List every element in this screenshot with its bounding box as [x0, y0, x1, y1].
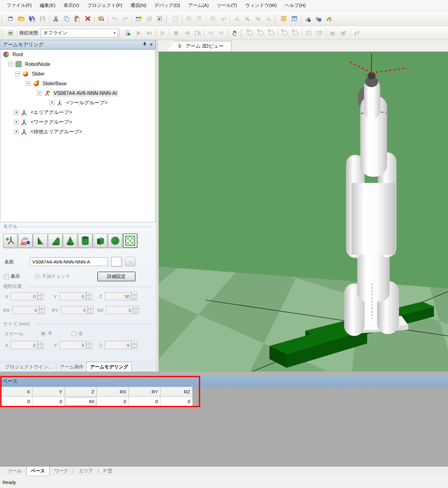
tab-arm-3d-view[interactable]: アーム 3Dビュー [167, 41, 231, 52]
undo-icon[interactable] [110, 14, 120, 24]
delete-icon[interactable] [83, 14, 93, 24]
collapse-icon[interactable]: − [26, 81, 31, 86]
view-b-icon[interactable] [314, 28, 324, 38]
collapse-icon[interactable]: − [37, 91, 42, 96]
column-header-ry[interactable]: RY [129, 387, 160, 397]
cell-ry[interactable]: 0 [129, 397, 160, 406]
rotate-c-icon[interactable] [266, 28, 276, 38]
menu-view[interactable]: 表示(V) [60, 1, 83, 10]
save-all-icon[interactable] [27, 14, 37, 24]
sync-connection-icon[interactable] [6, 28, 16, 38]
collapse-icon[interactable]: − [8, 62, 13, 67]
tab-area[interactable]: エリア [74, 466, 97, 476]
tool-axis-button[interactable] [3, 234, 17, 248]
tree-item-area-group[interactable]: + <エリアグループ> [0, 108, 155, 117]
expand-icon[interactable]: + [14, 120, 19, 125]
new-item-icon[interactable] [134, 14, 144, 24]
size-x-stepper[interactable]: ▴▾ [37, 341, 43, 349]
find-in-files-icon[interactable] [96, 14, 106, 24]
position-y-stepper[interactable]: ▴▾ [86, 292, 92, 300]
toolbar-grip[interactable] [119, 29, 121, 37]
toolbar-grip[interactable] [275, 15, 277, 23]
color-swatch-button[interactable] [111, 257, 122, 266]
scale-full-radio[interactable]: 全 [71, 331, 83, 337]
menu-edit[interactable]: 編集(E) [36, 1, 60, 10]
radio-selected-icon[interactable] [41, 331, 46, 336]
tool-sphere-button[interactable] [108, 234, 122, 248]
tab-p-type[interactable]: P 型 [99, 466, 117, 476]
cell-y[interactable]: 0 [32, 397, 65, 406]
validate-icon[interactable] [144, 14, 154, 24]
interference-check-checkbox[interactable]: ✓ 干渉チェック [35, 274, 70, 279]
tree-item-exclusive-area-group[interactable]: + <排他エリアグループ> [0, 127, 155, 137]
menu-window[interactable]: ウィンドウ(W) [241, 1, 281, 10]
menu-file[interactable]: ファイル(F) [2, 1, 36, 10]
rotate-b-icon[interactable] [256, 28, 266, 38]
save-icon[interactable] [37, 14, 47, 24]
toolbar-grip[interactable] [2, 15, 4, 23]
quit-debug-icon[interactable] [192, 28, 202, 38]
solid-object-icon[interactable] [313, 14, 323, 24]
position-z-stepper[interactable]: ▴▾ [131, 292, 137, 300]
column-header-y[interactable]: Y [32, 387, 65, 397]
toolbar-grip[interactable] [2, 29, 4, 37]
tree-item-robot-model[interactable]: − VS087A4-AV6-NNN-NNN-AI [0, 88, 155, 98]
column-header-z[interactable]: Z [65, 387, 97, 397]
copy-icon[interactable] [62, 14, 71, 24]
pause-hand-icon[interactable] [230, 28, 240, 38]
indent-icon[interactable] [184, 14, 194, 24]
tree-item-root[interactable]: Root [0, 50, 155, 59]
align-list-icon[interactable] [208, 14, 218, 24]
position-rz-stepper[interactable]: ▴▾ [133, 306, 139, 314]
enable-breakpoints-icon[interactable] [253, 14, 263, 24]
menu-communication[interactable]: 通信(N) [126, 1, 150, 10]
tab-base[interactable]: ベース [26, 466, 50, 476]
size-y-input[interactable] [59, 341, 86, 349]
outdent-icon[interactable] [194, 14, 204, 24]
expand-icon[interactable]: + [50, 101, 54, 105]
menu-arm[interactable]: アーム(A) [184, 1, 213, 10]
stop-icon[interactable] [171, 28, 181, 38]
project-window-icon[interactable] [279, 14, 289, 24]
tree-item-slider[interactable]: − Slider [0, 69, 155, 79]
arm-settings-icon[interactable] [303, 14, 313, 24]
column-header-rx[interactable]: RX [97, 387, 129, 397]
cut-icon[interactable] [51, 14, 61, 24]
pin-icon[interactable] [143, 42, 147, 47]
detail-settings-button[interactable]: 詳細設定 [97, 272, 135, 281]
arm-search-icon[interactable] [324, 14, 334, 24]
position-x-stepper[interactable]: ▴▾ [37, 292, 43, 300]
radio-icon[interactable] [71, 331, 76, 336]
new-project-icon[interactable] [6, 14, 16, 24]
property-grid-icon[interactable] [289, 14, 299, 24]
display-checkbox[interactable]: ✓ 表示 [4, 274, 20, 279]
size-z-input[interactable] [105, 341, 131, 349]
tool-cone-button[interactable] [63, 234, 77, 248]
position-rz-input[interactable] [106, 306, 133, 314]
import-document-icon[interactable] [155, 14, 165, 24]
export-document-icon[interactable] [170, 14, 180, 24]
collapse-icon[interactable]: − [15, 71, 20, 76]
menu-tools[interactable]: ツール(T) [213, 1, 241, 10]
size-x-input[interactable] [11, 341, 37, 349]
step-down-icon[interactable] [206, 28, 216, 38]
step-up-icon[interactable] [216, 28, 226, 38]
cell-x[interactable]: 0 [0, 397, 32, 406]
start-icon[interactable] [134, 28, 144, 38]
horizontal-splitter[interactable] [0, 372, 448, 376]
tool-3d-model-button[interactable]: 3D [18, 234, 32, 248]
redo-icon[interactable] [120, 14, 130, 24]
tool-cube-button[interactable] [93, 234, 107, 248]
footsteps-icon[interactable] [352, 28, 362, 38]
toolbar-grip[interactable] [166, 15, 168, 23]
rotate-a-icon[interactable] [245, 28, 255, 38]
position-ry-input[interactable] [61, 306, 88, 314]
menu-help[interactable]: ヘルプ(H) [281, 1, 310, 10]
cell-rx[interactable]: 0 [97, 397, 129, 406]
tab-work[interactable]: ワーク [50, 466, 73, 476]
menu-debug[interactable]: デバッグ(D) [150, 1, 184, 10]
pose-b-icon[interactable] [290, 28, 300, 38]
expand-icon[interactable]: + [14, 110, 19, 115]
position-ry-stepper[interactable]: ▴▾ [88, 306, 94, 314]
panel-splitter[interactable] [156, 40, 159, 372]
